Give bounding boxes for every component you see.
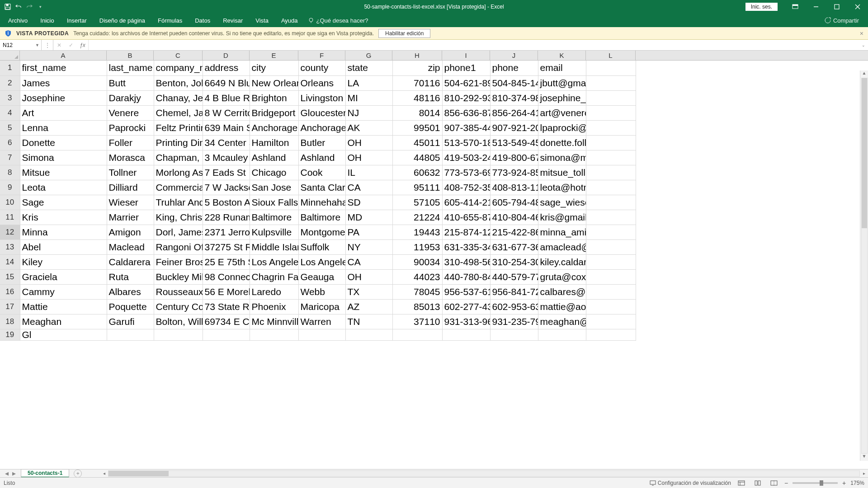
cell[interactable]: Chapman, Ross E Esq: [154, 150, 203, 165]
hscroll-thumb[interactable]: [108, 471, 169, 476]
cell[interactable]: 907-921-2010: [490, 120, 538, 135]
cell[interactable]: kiley.caldarera@aol.com: [538, 254, 586, 269]
cell[interactable]: 931-235-7959: [490, 314, 538, 329]
cell[interactable]: 19443: [392, 225, 442, 239]
cell[interactable]: Phoenix: [250, 299, 298, 314]
cell[interactable]: Butt: [107, 75, 154, 90]
cell[interactable]: IL: [345, 165, 392, 180]
tab-diseno[interactable]: Diseño de página: [93, 14, 151, 27]
undo-icon[interactable]: [14, 2, 24, 12]
col-header-I[interactable]: I: [442, 51, 490, 60]
cell[interactable]: 99501: [392, 120, 442, 135]
row-header[interactable]: 5: [0, 120, 20, 135]
cell[interactable]: Rangoni Of Florence: [154, 239, 203, 254]
cell[interactable]: 3 Mcauley Dr: [203, 150, 250, 165]
cell[interactable]: Dilliard: [107, 180, 154, 195]
cell[interactable]: Marrier: [107, 210, 154, 225]
cell[interactable]: James: [20, 75, 107, 90]
cell[interactable]: email: [538, 61, 586, 75]
cell[interactable]: Ruta: [107, 269, 154, 284]
cell[interactable]: 48116: [392, 90, 442, 105]
col-header-J[interactable]: J: [490, 51, 538, 60]
cell[interactable]: Minnehaha: [298, 195, 345, 210]
cell[interactable]: 8014: [392, 105, 442, 120]
cell[interactable]: Wieser: [107, 195, 154, 210]
cell[interactable]: Darakjy: [107, 90, 154, 105]
cell[interactable]: 440-579-7763: [490, 269, 538, 284]
tab-ayuda[interactable]: Ayuda: [275, 14, 304, 27]
col-header-C[interactable]: C: [154, 51, 203, 60]
cell[interactable]: 810-374-9840: [490, 90, 538, 105]
row-header[interactable]: 12: [0, 225, 20, 239]
page-break-view-icon[interactable]: [768, 479, 780, 487]
cell[interactable]: Morasca: [107, 150, 154, 165]
cell[interactable]: 602-953-6360: [490, 299, 538, 314]
row-header[interactable]: 8: [0, 165, 20, 180]
cell[interactable]: 408-752-3500: [442, 180, 490, 195]
zoom-knob[interactable]: [820, 480, 823, 486]
cell[interactable]: [586, 254, 636, 269]
cell[interactable]: county: [298, 61, 345, 75]
cell[interactable]: Webb: [298, 284, 345, 299]
cell[interactable]: Chanay, Jeffrey A Esq: [154, 90, 203, 105]
scroll-right-icon[interactable]: ▸: [860, 471, 868, 476]
cell[interactable]: [392, 329, 442, 340]
tab-scroll-last-icon[interactable]: ▸: [11, 470, 17, 477]
cell[interactable]: Donette: [20, 135, 107, 150]
cell[interactable]: OH: [345, 135, 392, 150]
cell[interactable]: 69734 E Carrillo St: [203, 314, 250, 329]
cell[interactable]: 631-335-3414: [442, 239, 490, 254]
cell[interactable]: Albares: [107, 284, 154, 299]
cell[interactable]: 228 Runamuck Pl #2808: [203, 210, 250, 225]
cell[interactable]: Paprocki: [107, 120, 154, 135]
cell[interactable]: 410-655-8723: [442, 210, 490, 225]
row-header[interactable]: 4: [0, 105, 20, 120]
cell[interactable]: state: [345, 61, 392, 75]
select-all-triangle[interactable]: [0, 51, 20, 60]
cell[interactable]: Kiley: [20, 254, 107, 269]
cell[interactable]: 44805: [392, 150, 442, 165]
cell[interactable]: [586, 180, 636, 195]
sign-in-button[interactable]: Inic. ses.: [745, 3, 778, 11]
cell[interactable]: Geauga: [298, 269, 345, 284]
col-header-K[interactable]: K: [538, 51, 586, 60]
cell[interactable]: [586, 299, 636, 314]
row-header[interactable]: 13: [0, 239, 20, 254]
cell[interactable]: address: [203, 61, 250, 75]
cell[interactable]: 60632: [392, 165, 442, 180]
row-header[interactable]: 6: [0, 135, 20, 150]
hscroll-track[interactable]: [108, 470, 860, 477]
cell[interactable]: Butler: [298, 135, 345, 150]
cell[interactable]: MI: [345, 90, 392, 105]
cell[interactable]: Warren: [298, 314, 345, 329]
cell[interactable]: 25 E 75th St #69: [203, 254, 250, 269]
tell-me-search[interactable]: ¿Qué desea hacer?: [308, 14, 368, 27]
cell[interactable]: Poquette: [107, 299, 154, 314]
cell[interactable]: 7 Eads St: [203, 165, 250, 180]
cell[interactable]: Century Communications: [154, 299, 203, 314]
cell[interactable]: 410-804-4694: [490, 210, 538, 225]
cell[interactable]: [586, 239, 636, 254]
cell[interactable]: meaghan@hotmail.com: [538, 314, 586, 329]
cell[interactable]: [442, 329, 490, 340]
cell[interactable]: [586, 120, 636, 135]
tab-revisar[interactable]: Revisar: [217, 14, 249, 27]
tab-inicio[interactable]: Inicio: [34, 14, 60, 27]
cell[interactable]: TX: [345, 284, 392, 299]
save-icon[interactable]: [3, 2, 13, 12]
zoom-level[interactable]: 175%: [850, 480, 864, 486]
cell[interactable]: 215-874-1229: [442, 225, 490, 239]
cell[interactable]: company_name: [154, 61, 203, 75]
cell[interactable]: 21224: [392, 210, 442, 225]
cell[interactable]: San Jose: [250, 180, 298, 195]
row-header[interactable]: 1: [0, 61, 20, 75]
cell[interactable]: 6649 N Blue Gum St: [203, 75, 250, 90]
cell[interactable]: 440-780-8425: [442, 269, 490, 284]
cell[interactable]: Josephine: [20, 90, 107, 105]
share-button[interactable]: Compartir: [825, 14, 868, 27]
cell[interactable]: [586, 165, 636, 180]
cell[interactable]: 37110: [392, 314, 442, 329]
cell[interactable]: Baltimore: [250, 210, 298, 225]
cell[interactable]: simona@morasca.com: [538, 150, 586, 165]
qat-dropdown-icon[interactable]: ▾: [35, 2, 45, 12]
